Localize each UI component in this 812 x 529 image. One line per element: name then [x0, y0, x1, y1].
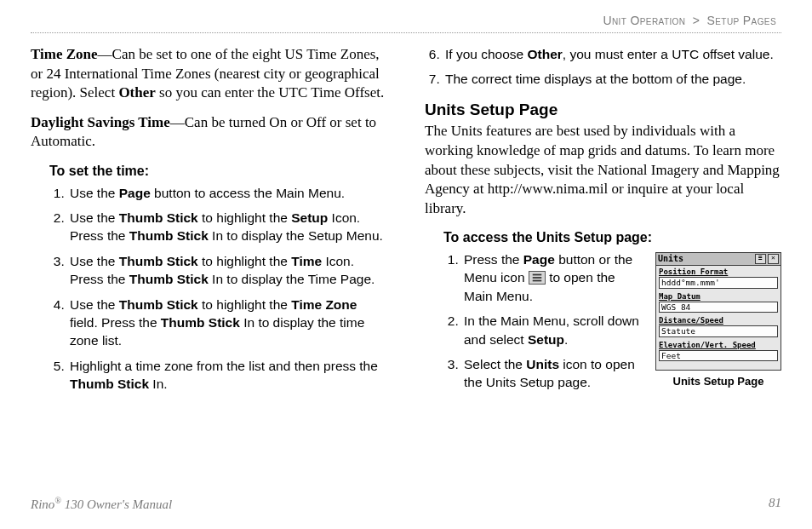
field-value: hddd°mm.mmm' — [659, 277, 778, 289]
term-thumbstick: Thumb Stick — [119, 210, 198, 225]
two-column-layout: Time Zone—Can be set to one of the eight… — [31, 45, 781, 400]
text: Select the — [464, 357, 526, 371]
units-titlebar-title: Units — [658, 255, 683, 263]
running-head-section: Unit Operation — [603, 14, 685, 27]
term-thumbstick: Thumb Stick — [161, 315, 240, 330]
units-titlebar: Units ≡ ✕ — [656, 253, 781, 266]
text: Use the — [70, 186, 119, 200]
text: button to access the Main Menu. — [151, 186, 345, 200]
field-label: Elevation/Vert. Speed — [656, 339, 781, 349]
right-column: If you choose Other, you must enter a UT… — [425, 45, 781, 400]
list-item: Use the Thumb Stick to highlight the Tim… — [68, 296, 387, 350]
list-item: If you choose Other, you must enter a UT… — [443, 45, 781, 63]
svg-rect-0 — [533, 274, 542, 276]
field-value: Feet — [659, 350, 778, 362]
text: Use the — [70, 297, 119, 312]
text: Press the — [464, 252, 523, 267]
svg-rect-1 — [533, 278, 542, 279]
field-label: Map Datum — [656, 290, 781, 301]
running-head-subsection: Setup Pages — [707, 14, 776, 27]
text: field. Press the — [70, 315, 161, 330]
header-rule — [31, 32, 781, 33]
text: Use the — [70, 210, 119, 225]
menu-icon: ≡ — [755, 254, 766, 264]
term-setup: Setup — [291, 210, 328, 225]
term-units: Units — [526, 357, 559, 371]
text: Use the — [70, 254, 119, 268]
term-thumbstick: Thumb Stick — [70, 377, 149, 391]
text: . — [564, 332, 568, 347]
field-value: Statute — [659, 325, 778, 337]
tz-tail: so you can enter the UTC Time Offset. — [156, 84, 384, 101]
set-time-steps-cont: If you choose Other, you must enter a UT… — [425, 45, 781, 89]
list-item: Use the Page button to access the Main M… — [68, 184, 387, 202]
text: The correct time displays at the bottom … — [445, 72, 746, 86]
text: In. — [149, 377, 168, 391]
term-setup: Setup — [528, 332, 564, 347]
figure-caption: Units Setup Page — [655, 374, 781, 389]
running-head-sep: > — [693, 14, 700, 27]
list-item: Highlight a time zone from the list and … — [68, 357, 387, 394]
term-time: Time — [291, 254, 322, 268]
term-timezone: Time Zone — [291, 297, 357, 312]
text: In to display the Time Page. — [209, 272, 375, 286]
access-units-procedure: To access the Units Setup page: Units ≡ … — [425, 228, 781, 398]
tz-other: Other — [118, 84, 155, 101]
footer-product: Rino® 130 Owner's Manual — [31, 496, 172, 512]
menu-icon — [529, 271, 546, 285]
manual-page: Unit Operation > Setup Pages Time Zone—C… — [0, 0, 812, 529]
timezone-paragraph: Time Zone—Can be set to one of the eight… — [31, 45, 387, 103]
text: to highlight the — [198, 297, 291, 312]
set-time-steps: Use the Page button to access the Main M… — [49, 184, 387, 394]
text: Highlight a time zone from the list and … — [70, 359, 378, 373]
svg-rect-2 — [533, 280, 542, 282]
page-footer: Rino® 130 Owner's Manual 81 — [31, 496, 781, 512]
dst-lead: Daylight Savings Time — [31, 114, 170, 130]
field-label: Position Format — [656, 266, 781, 276]
set-time-procedure: To set the time: Use the Page button to … — [31, 162, 387, 393]
footer-product-name: Rino — [31, 497, 54, 511]
term-thumbstick: Thumb Stick — [129, 228, 209, 243]
text: In to display the Setup Menu. — [209, 228, 383, 243]
dst-paragraph: Daylight Savings Time—Can be turned On o… — [31, 113, 387, 152]
list-item: Use the Thumb Stick to highlight the Tim… — [68, 252, 387, 289]
term-thumbstick: Thumb Stick — [129, 272, 209, 286]
text: If you choose — [445, 47, 528, 61]
tz-lead: Time Zone — [31, 46, 98, 62]
term-thumbstick: Thumb Stick — [119, 297, 198, 312]
term-other: Other — [528, 47, 563, 61]
page-number: 81 — [769, 496, 781, 512]
units-intro: The Units features are best used by indi… — [425, 122, 781, 218]
term-page: Page — [523, 252, 555, 267]
access-units-heading: To access the Units Setup page: — [443, 228, 781, 247]
text: , you must enter a UTC offset value. — [563, 47, 774, 61]
titlebar-icons: ≡ ✕ — [755, 254, 779, 264]
term-page: Page — [119, 186, 151, 200]
text: to highlight the — [198, 254, 291, 268]
close-icon: ✕ — [768, 254, 779, 264]
left-column: Time Zone—Can be set to one of the eight… — [31, 45, 387, 400]
units-screenshot: Units ≡ ✕ Position Format hddd°mm.mmm' M… — [655, 252, 781, 371]
set-time-heading: To set the time: — [49, 162, 387, 181]
footer-product-suffix: 130 Owner's Manual — [61, 497, 172, 511]
units-setup-heading: Units Setup Page — [425, 99, 781, 121]
list-item: Use the Thumb Stick to highlight the Set… — [68, 209, 387, 245]
set-time-steps-continued: If you choose Other, you must enter a UT… — [425, 45, 781, 89]
term-thumbstick: Thumb Stick — [119, 254, 198, 268]
field-value: WGS 84 — [659, 302, 778, 313]
list-item: The correct time displays at the bottom … — [443, 70, 781, 88]
units-figure: Units ≡ ✕ Position Format hddd°mm.mmm' M… — [655, 252, 781, 389]
registered-mark: ® — [54, 496, 61, 505]
text: to highlight the — [198, 210, 291, 225]
field-label: Distance/Speed — [656, 314, 781, 325]
running-head: Unit Operation > Setup Pages — [31, 14, 781, 27]
